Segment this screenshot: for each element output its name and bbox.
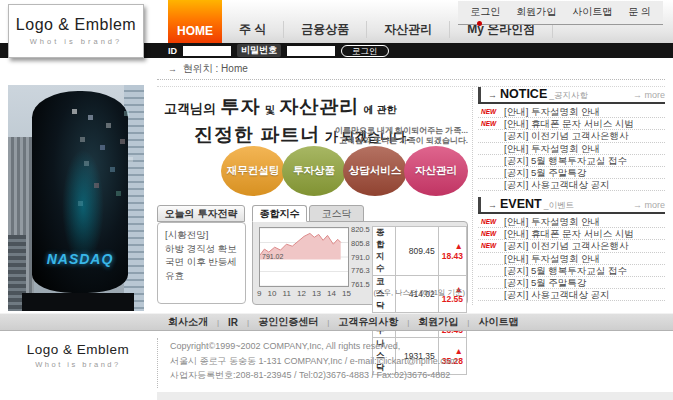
utility-link-1[interactable]: 회원가입 xyxy=(516,5,556,19)
copyright-line: 서울시 종로구 동숭동 1-131 COMPANY,Inc / e-mail:i… xyxy=(170,354,457,369)
event-item-2[interactable]: [공지] 이전기념 고객사은행사NEW xyxy=(478,240,665,252)
nav-item-2[interactable]: 금융상품 xyxy=(284,21,367,38)
headline-part: 자산관리 xyxy=(279,96,359,117)
footer-logo: Logo & Emblem Whot is brand? xyxy=(8,342,148,369)
logo-title: Logo & Emblem xyxy=(9,16,143,34)
quick-button-1[interactable]: 투자상품 xyxy=(282,146,346,196)
nav-item-3[interactable]: 자산관리 xyxy=(367,21,450,38)
event-items: [안내] 투자설명회 안내NEW[안내] 휴대폰 문자 서비스 시범NEW[공지… xyxy=(478,216,665,301)
notice-items: [안내] 투자설명회 안내NEW[안내] 휴대폰 문자 서비스 시범NEW[공지… xyxy=(478,106,665,191)
notice-item-1[interactable]: [안내] 휴대폰 문자 서비스 시범NEW xyxy=(478,118,665,130)
quick-buttons: 재무컨설팅투자상품상담서비스자산관리 xyxy=(221,146,465,196)
market-panel: 791.02 820.5805.8791.0776.3761.5 9101112… xyxy=(252,221,468,305)
bottom-nav-link-0[interactable]: 회사소개 xyxy=(168,315,208,329)
event-more-link[interactable]: → more xyxy=(633,200,665,210)
x-tick: 15 xyxy=(342,289,351,298)
nasdaq-building-image: NASDAQ xyxy=(8,85,144,311)
y-tick: 776.3 xyxy=(351,266,372,275)
password-input[interactable] xyxy=(287,46,335,56)
nav-item-home[interactable]: HOME xyxy=(168,0,222,43)
logo-subtitle: Whot is brand? xyxy=(9,37,143,46)
bottom-nav-link-1[interactable]: IR xyxy=(228,317,238,328)
new-badge-icon: NEW xyxy=(481,106,496,118)
footer-logo-title: Logo & Emblem xyxy=(8,342,148,357)
event-section: → EVENT _이벤트 → more [안내] 투자설명회 안내NEW[안내]… xyxy=(478,197,665,301)
page: 주 식금융상품자산관리My 온라인점 HOME 로그인회원가입사이트맵문 의 L… xyxy=(0,0,673,400)
bottom-nav: 회사소개|IR|공인인증센터|고객유의사항|회원가입|사이트맵 xyxy=(0,313,673,331)
event-item-3[interactable]: [안내] 투자설명회 안내 xyxy=(478,253,665,265)
index-chart: 791.02 xyxy=(259,227,349,287)
footer-strip xyxy=(157,392,673,400)
market-name: 종합지수 xyxy=(373,227,396,276)
new-badge-icon: NEW xyxy=(481,228,496,240)
x-tick: 13 xyxy=(312,289,321,298)
chart-x-axis-labels: 9101112131415 xyxy=(257,289,351,298)
breadcrumb-arrow-icon: → xyxy=(168,64,177,74)
tab-kosdaq[interactable]: 코스닥 xyxy=(309,205,364,222)
market-value: 809.45 xyxy=(396,227,438,276)
notice-more-link[interactable]: → more xyxy=(633,90,665,100)
quick-button-3[interactable]: 자산관리 xyxy=(404,146,468,196)
headline-part: 투자 xyxy=(220,96,260,117)
tab-composite-index[interactable]: 종합지수 xyxy=(252,205,307,222)
utility-link-0[interactable]: 로그인 xyxy=(470,5,500,19)
y-tick: 805.8 xyxy=(351,239,372,248)
x-tick: 12 xyxy=(297,289,306,298)
tab-strategy[interactable]: 오늘의 투자전략 xyxy=(157,205,245,222)
market-tabs: 종합지수 코스닥 xyxy=(252,205,364,222)
quick-button-0[interactable]: 재무컨설팅 xyxy=(221,146,285,196)
site-logo[interactable]: Logo & Emblem Whot is brand? xyxy=(8,4,144,58)
nasdaq-tower: NASDAQ xyxy=(32,91,128,293)
hero-note: 이름만으로 내게 힘이되어주는 가족... 고객님의 또다른 가족이 되겠습니다… xyxy=(320,126,468,145)
utility-link-3[interactable]: 문 의 xyxy=(628,5,651,19)
strategy-line: 국면 이후 반등세 xyxy=(165,255,238,269)
quick-button-2[interactable]: 상담서비스 xyxy=(343,146,407,196)
breadcrumb-label: 현위치 : Home xyxy=(183,63,248,74)
bottom-nav-link-4[interactable]: 회원가입 xyxy=(418,315,458,329)
divider: | xyxy=(467,318,469,327)
bottom-nav-link-5[interactable]: 사이트맵 xyxy=(478,315,518,329)
event-header: → EVENT _이벤트 → more xyxy=(478,197,665,214)
bottom-nav-link-3[interactable]: 고객유의사항 xyxy=(338,315,398,329)
bottom-nav-link-2[interactable]: 공인인증센터 xyxy=(258,315,318,329)
event-item-6[interactable]: [공지] 사용고객대상 공지 xyxy=(478,289,665,301)
divider xyxy=(157,79,665,80)
headline-part: 에 관한 xyxy=(364,104,397,115)
nasdaq-sign-label: NASDAQ xyxy=(32,251,128,267)
x-tick: 14 xyxy=(327,289,336,298)
footer-logo-subtitle: Whot is brand? xyxy=(8,360,148,369)
event-subtitle: _이벤트 xyxy=(544,200,574,212)
chart-baseline-label: 791.02 xyxy=(262,253,283,260)
event-item-5[interactable]: [공지] 5월 주말특강 xyxy=(478,277,665,289)
notice-item-6[interactable]: [공지] 사용고객대상 공지 xyxy=(478,179,665,191)
x-tick: 9 xyxy=(257,289,261,298)
breadcrumb: → 현위치 : Home xyxy=(168,62,248,76)
new-badge-icon: NEW xyxy=(481,118,496,130)
strategy-box: [시황전망]하방 경직성 확보국면 이후 반등세유효 xyxy=(157,222,246,304)
strategy-line: 유효 xyxy=(165,269,238,283)
copyright-line: 사업자등록번호:208-81-23945 / Tel:02)3676-4883 … xyxy=(170,368,457,383)
event-item-4[interactable]: [공지] 5월 행복투자교실 접수 xyxy=(478,265,665,277)
headline-part: 고객님의 xyxy=(164,101,216,116)
x-tick: 11 xyxy=(283,289,291,298)
utility-link-2[interactable]: 사이트맵 xyxy=(572,5,612,19)
event-item-1[interactable]: [안내] 휴대폰 문자 서비스 시범NEW xyxy=(478,228,665,240)
notice-item-3[interactable]: [안내] 투자설명회 안내 xyxy=(478,143,665,155)
copyright: Copyright©1999~2002 COMPANY,Inc, All rig… xyxy=(170,339,457,383)
nav-item-1[interactable]: 주 식 xyxy=(222,21,284,38)
notice-item-4[interactable]: [공지] 5월 행복투자교실 접수 xyxy=(478,155,665,167)
notice-item-2[interactable]: [공지] 이전기념 고객사은행사 xyxy=(478,130,665,142)
notice-item-5[interactable]: [공지] 5월 주말특강 xyxy=(478,167,665,179)
divider xyxy=(472,88,473,305)
notice-item-0[interactable]: [안내] 투자설명회 안내NEW xyxy=(478,106,665,118)
id-input[interactable] xyxy=(183,46,231,56)
notice-header: → NOTICE _공지사항 → more xyxy=(478,87,665,104)
login-button[interactable]: 로그인 xyxy=(341,45,389,57)
event-item-0[interactable]: [안내] 투자설명회 안내NEW xyxy=(478,216,665,228)
y-tick: 820.5 xyxy=(351,225,372,234)
hero-note-line2: 고객님의 또다른 가족이 되겠습니다. xyxy=(320,136,468,146)
market-row: 종합지수809.45▲ 18.43 xyxy=(373,227,467,276)
tower-base xyxy=(22,293,134,311)
copyright-line: Copyright©1999~2002 COMPANY,Inc, All rig… xyxy=(170,339,457,354)
notice-section: → NOTICE _공지사항 → more [안내] 투자설명회 안내NEW[안… xyxy=(478,87,665,191)
